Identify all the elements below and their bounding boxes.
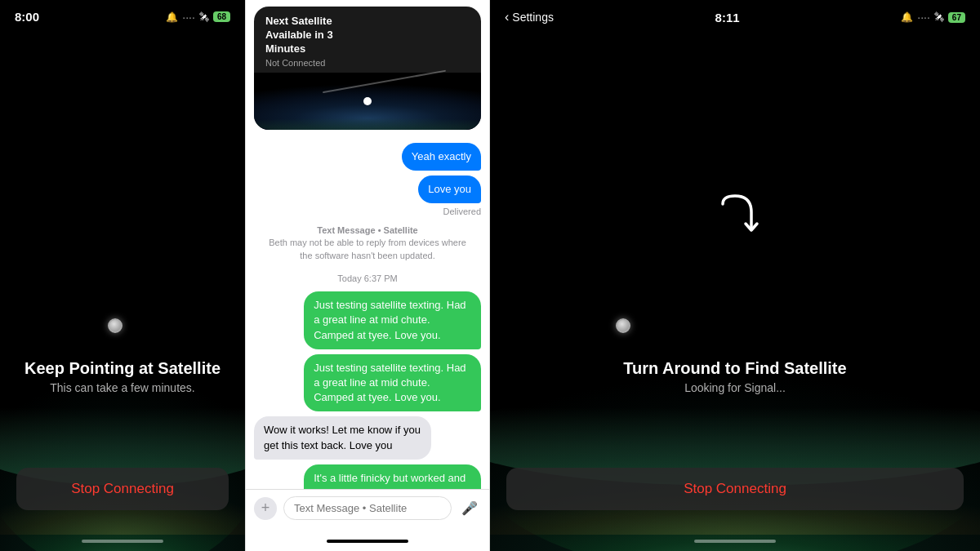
status-icons-panel1: 🔔 ···· 🛰 68 (166, 11, 230, 24)
panel-turn-around: ‹ Settings 8:11 🔔 ···· 🛰 67 Turn Around … (490, 0, 980, 551)
battery-panel3: 67 (948, 12, 965, 23)
panel1-subtitle: This can take a few minutes. (0, 381, 245, 394)
panel3-heading: Turn Around to Find Satellite (490, 359, 980, 378)
sat-widget-dot (363, 97, 372, 105)
home-bar-middle (327, 540, 408, 543)
time-panel1: 8:00 (15, 10, 39, 24)
satellite-icon-p3: 🛰 (934, 11, 944, 23)
panel-keep-pointing: 8:00 🔔 ···· 🛰 68 Keep Pointing at Satell… (0, 0, 245, 551)
satellite-dot-panel3 (616, 318, 630, 333)
sat-widget-title: Next SatelliteAvailable in 3Minutes (265, 15, 470, 56)
signal-icon: ···· (182, 11, 195, 24)
time-label: Today 6:37 PM (254, 270, 481, 287)
status-bar-panel1: 8:00 🔔 ···· 🛰 68 (0, 10, 245, 24)
earth-lights-p3 (490, 371, 980, 535)
bell-icon: 🔔 (166, 11, 178, 23)
status-icons-panel3: 🔔 ···· 🛰 67 (901, 11, 965, 24)
message-input[interactable] (283, 496, 452, 520)
satellite-notice: Text Message • Satellite Beth may not be… (254, 221, 481, 265)
status-bar-panel3: ‹ Settings 8:11 🔔 ···· 🛰 67 (490, 10, 980, 24)
sat-widget-visual (254, 73, 481, 130)
message-yeah-exactly: Yeah exactly (402, 143, 481, 171)
stop-connecting-btn-panel1[interactable]: Stop Connecting (16, 468, 229, 510)
bell-icon-p3: 🔔 (901, 11, 913, 23)
sat-widget-subtitle: Not Connected (265, 58, 470, 68)
home-indicator-middle (246, 527, 489, 551)
panel-messages: Next SatelliteAvailable in 3Minutes Not … (245, 0, 490, 551)
add-attachment-button[interactable]: + (254, 497, 277, 520)
panel3-title-area: Turn Around to Find Satellite Looking fo… (490, 359, 980, 394)
sat-trajectory-line (323, 69, 446, 93)
back-label: Settings (512, 11, 554, 24)
message-testing-1: Just testing satellite texting. Had a gr… (304, 291, 481, 349)
home-indicator-panel3 (694, 540, 776, 543)
turnaround-icon-area (490, 188, 980, 248)
message-wow-works: Wow it works! Let me know if you get thi… (254, 416, 431, 459)
home-indicator-panel1 (82, 540, 163, 543)
panel1-title-area: Keep Pointing at Satellite This can take… (0, 359, 245, 394)
stop-connecting-btn-panel3[interactable]: Stop Connecting (506, 468, 964, 510)
message-delivered-status: Delivered (254, 207, 481, 216)
message-finicky: It's a little finicky but worked and is … (304, 464, 481, 489)
turnaround-svg (706, 188, 764, 245)
earth-lights (0, 371, 245, 535)
time-panel3: 8:11 (715, 11, 740, 24)
sat-notice-title: Text Message • Satellite (317, 225, 417, 235)
panel3-subtitle: Looking for Signal... (490, 381, 980, 394)
sat-notice-body: Beth may not be able to reply from devic… (269, 238, 466, 260)
input-bar: + 🎤 (246, 489, 489, 527)
back-nav[interactable]: ‹ Settings (505, 10, 554, 24)
satellite-icon: 🛰 (199, 11, 209, 23)
satellite-widget: Next SatelliteAvailable in 3Minutes Not … (254, 7, 481, 130)
sat-widget-header: Next SatelliteAvailable in 3Minutes Not … (254, 7, 481, 73)
message-love-you-blue: Love you (418, 176, 481, 203)
messages-area: Yeah exactly Love you Delivered Text Mes… (246, 136, 489, 489)
signal-icon-p3: ···· (917, 11, 930, 24)
satellite-dot-panel1 (108, 318, 122, 333)
message-testing-2: Just testing satellite texting. Had a gr… (304, 354, 481, 412)
back-chevron-icon: ‹ (505, 10, 509, 24)
battery-panel1: 68 (213, 11, 230, 22)
microphone-button[interactable]: 🎤 (458, 497, 481, 520)
panel1-heading: Keep Pointing at Satellite (0, 359, 245, 378)
